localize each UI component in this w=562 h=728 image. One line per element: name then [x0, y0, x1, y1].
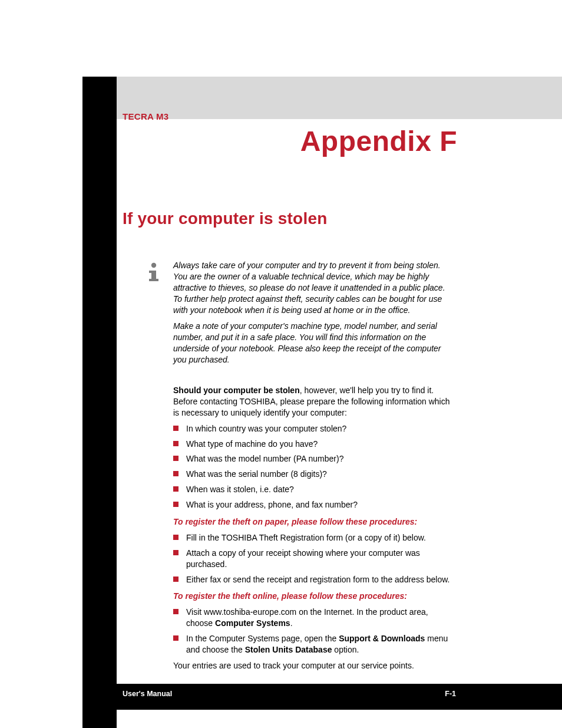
info-paragraph-1: Always take care of your computer and tr…: [173, 260, 456, 315]
list-item: What is your address, phone, and fax num…: [173, 499, 456, 510]
footer-bar: User's Manual F-1: [82, 684, 562, 710]
left-black-bar: [82, 77, 117, 728]
list-item: What was the model number (PA number)?: [173, 453, 456, 465]
closing-paragraph: Your entries are used to track your comp…: [173, 660, 456, 671]
online-subhead: To register the theft online, please fol…: [173, 591, 456, 602]
section-title: If your computer is stolen: [123, 209, 456, 228]
list-item: What type of machine do you have?: [173, 439, 456, 450]
product-name: TECRA M3: [123, 111, 456, 121]
body-block: Should your computer be stolen, however,…: [173, 385, 456, 671]
questions-list: In which country was your computer stole…: [173, 423, 456, 510]
info-block: Always take care of your computer and tr…: [145, 260, 456, 371]
page-content: TECRA M3 Appendix F If your computer is …: [117, 77, 456, 676]
footer-right: F-1: [445, 690, 456, 698]
intro-lead-bold: Should your computer be stolen: [173, 386, 300, 395]
list-item: Either fax or send the receipt and regis…: [173, 574, 456, 585]
list-item: Attach a copy of your receipt showing wh…: [173, 548, 456, 570]
list-item: What was the serial number (8 digits)?: [173, 469, 456, 480]
list-item: Fill in the TOSHIBA Theft Registration f…: [173, 532, 456, 543]
info-icon: [145, 262, 163, 371]
appendix-title: Appendix F: [117, 125, 457, 157]
list-item: Visit www.toshiba-europe.com on the Inte…: [173, 607, 456, 629]
paper-steps-list: Fill in the TOSHIBA Theft Registration f…: [173, 532, 456, 585]
info-text: Always take care of your computer and tr…: [173, 260, 456, 371]
svg-point-0: [151, 263, 156, 268]
intro-paragraph: Should your computer be stolen, however,…: [173, 385, 456, 419]
list-item: In the Computer Systems page, open the S…: [173, 633, 456, 655]
online-steps-list: Visit www.toshiba-europe.com on the Inte…: [173, 607, 456, 655]
list-item: When was it stolen, i.e. date?: [173, 484, 456, 495]
footer-left: User's Manual: [123, 690, 172, 698]
list-item: In which country was your computer stole…: [173, 423, 456, 434]
paper-subhead: To register the theft on paper, please f…: [173, 516, 456, 528]
info-paragraph-2: Make a note of your computer's machine t…: [173, 321, 456, 365]
